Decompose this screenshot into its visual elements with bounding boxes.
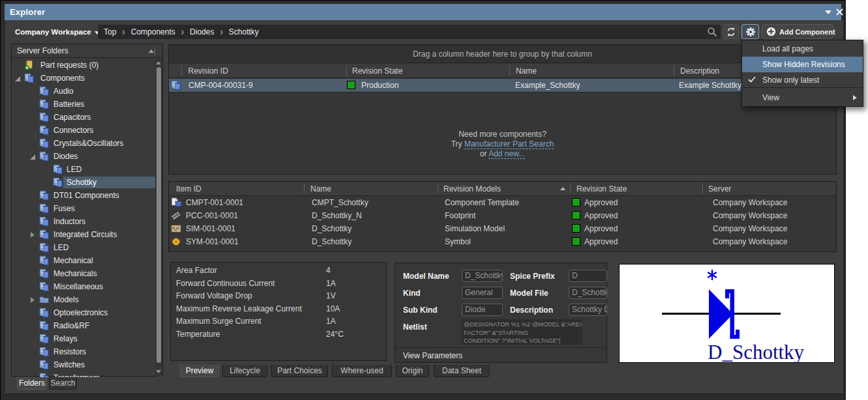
sidebar-item-mechanicals[interactable]: Mechanicals [12, 267, 162, 280]
tree-column-header[interactable]: Server Folders [12, 44, 162, 58]
menu-item-show-hidden-revisions[interactable]: Show Hidden Revisions [742, 57, 863, 72]
sidebar-item-mechanical[interactable]: Mechanical [12, 254, 162, 267]
column-header-name[interactable]: Name [310, 184, 331, 193]
column-separator[interactable] [570, 184, 571, 193]
sidebar-item-crystals-oscillators[interactable]: Crystals&Oscillators [12, 137, 162, 150]
tree-scrollbar[interactable] [155, 59, 162, 377]
column-header-revision-id[interactable]: Revision ID [188, 66, 228, 76]
column-separator[interactable] [304, 184, 305, 193]
column-separator[interactable] [509, 66, 510, 76]
sidebar-item-audio[interactable]: Audio [12, 85, 162, 98]
column-header-revision-state[interactable]: Revision State [352, 66, 402, 76]
menu-item-view[interactable]: View [742, 90, 863, 106]
breadcrumb-item-components[interactable]: Components [131, 27, 175, 36]
preview-tab-lifecycle[interactable]: Lifecycle [222, 365, 267, 377]
column-header-description[interactable]: Description [680, 66, 719, 76]
component-row[interactable]: CMP-004-00031-9ProductionExample_Schottk… [169, 79, 836, 92]
sidebar-item-transformers[interactable]: Transformers [12, 371, 162, 377]
sidebar-item-diodes[interactable]: Diodes [12, 150, 162, 163]
netlist-textarea[interactable]: @DESIGNATOR %1 %2 @MODEL &"AREA FACTOR" … [462, 319, 582, 345]
panel-menu-button[interactable] [822, 4, 834, 20]
sidebar-item-radio-rf[interactable]: Radio&RF [12, 319, 162, 332]
preview-tab-preview[interactable]: Preview [180, 365, 219, 377]
stack-icon-wrap [39, 138, 50, 149]
preview-tab-data-sheet[interactable]: Data Sheet [434, 365, 490, 377]
preview-tab-where-used[interactable]: Where-used [332, 365, 392, 377]
sidebar-item-components[interactable]: Components [12, 72, 162, 85]
titlebar[interactable]: Explorer [5, 4, 841, 20]
model-row-sim-001-0001[interactable]: SIM-001-0001D_SchottkySimulation ModelAp… [169, 222, 836, 235]
column-separator[interactable] [702, 184, 703, 193]
model-row-pcc-001-0001[interactable]: PCC-001-0001D_Schottky_NFootprintApprove… [169, 209, 836, 222]
expander-closed-icon[interactable] [31, 297, 35, 303]
sidebar-item-switches[interactable]: Switches [12, 358, 162, 371]
field-input-model-name[interactable]: D_Schottky [462, 270, 503, 282]
workspace-selector[interactable]: Company Workspace [15, 26, 100, 38]
stack-icon-wrap [53, 164, 63, 175]
sidebar-item-part-requests-0-[interactable]: Part requests (0) [12, 59, 162, 72]
group-by-bar[interactable]: Drag a column header here to group by th… [169, 45, 836, 63]
preview-tab-origin[interactable]: Origin [396, 365, 429, 377]
refresh-button[interactable] [723, 24, 739, 39]
sidebar-item-schottky[interactable]: Schottky [12, 176, 162, 189]
view-parameters-section[interactable]: View Parameters [395, 347, 606, 364]
sidebar-item-led[interactable]: LED [12, 163, 162, 176]
sidebar-item-resistors[interactable]: Resistors [12, 345, 162, 358]
menu-item-show-only-latest[interactable]: Show only latest [742, 72, 863, 88]
expander-open-icon[interactable] [15, 76, 20, 81]
menu-item-load-all-pages[interactable]: Load all pages [742, 41, 863, 57]
breadcrumb[interactable]: Top›Components›Diodes›Schottky [98, 25, 721, 39]
breadcrumb-item-schottky[interactable]: Schottky [229, 27, 259, 36]
sidebar-tab-folders[interactable]: Folders [17, 377, 47, 390]
column-separator[interactable] [181, 66, 182, 76]
sidebar-item-connectors[interactable]: Connectors [12, 124, 162, 137]
stack-icon-wrap [39, 307, 50, 318]
sidebar-item-batteries[interactable]: Batteries [12, 98, 162, 111]
sidebar-item-optoelectronics[interactable]: Optoelectronics [12, 306, 162, 319]
symbol-icon [171, 236, 181, 247]
expander-open-icon[interactable] [30, 154, 35, 160]
stack-icon [39, 242, 50, 253]
sidebar-tab-search[interactable]: Search [49, 377, 77, 390]
tree-item-label: Fuses [53, 204, 75, 213]
breadcrumb-item-top[interactable]: Top [104, 27, 116, 36]
column-header-revision-models[interactable]: Revision Models [443, 184, 501, 193]
simulation-icon-wrap [171, 223, 181, 234]
model-row-sym-001-0001[interactable]: SYM-001-0001D_SchottkySymbolApprovedComp… [169, 235, 836, 248]
column-header-item-id[interactable]: Item ID [176, 184, 202, 193]
stack-icon-wrap [53, 177, 63, 188]
model-row-cmpt-001-0001[interactable]: CMPT-001-0001CMPT_SchottkyComponent Temp… [169, 196, 836, 209]
column-separator[interactable] [438, 184, 438, 193]
manufacturer-part-search-link[interactable]: Manufacturer Part Search [464, 139, 554, 149]
add-new-link[interactable]: Add new... [488, 149, 525, 159]
field-input-spice-prefix[interactable]: D [569, 270, 607, 282]
folder-tree: Part requests (0)ComponentsAudioBatterie… [12, 59, 162, 377]
breadcrumb-item-diodes[interactable]: Diodes [190, 27, 214, 36]
sidebar-item-models[interactable]: Models [12, 293, 162, 306]
close-button[interactable] [833, 4, 845, 20]
sidebar-item-relays[interactable]: Relays [12, 332, 162, 345]
field-input-model-file[interactable]: D_Schottky [569, 287, 607, 299]
column-separator[interactable] [674, 66, 674, 76]
preview-tab-part-choices[interactable]: Part Choices [271, 365, 328, 377]
stack-icon [39, 151, 50, 162]
column-header-revision-state[interactable]: Revision State [576, 184, 627, 193]
expander-closed-icon[interactable] [31, 232, 35, 238]
settings-button[interactable] [741, 24, 759, 39]
tree-scrollbar-thumb[interactable] [157, 67, 161, 363]
field-input-sub-kind[interactable]: Diode [462, 304, 503, 316]
column-header-name[interactable]: Name [516, 66, 537, 76]
sidebar-item-miscellaneous[interactable]: Miscellaneous [12, 280, 162, 293]
field-input-kind[interactable]: General [462, 287, 503, 299]
sidebar-item-fuses[interactable]: Fuses [12, 202, 162, 215]
add-component-button[interactable]: Add Component [762, 24, 833, 39]
field-input-description[interactable]: Schottky D [569, 304, 607, 316]
sidebar-item-integrated-circuits[interactable]: Integrated Circuits [12, 228, 162, 241]
sidebar-item-capacitors[interactable]: Capacitors [12, 111, 162, 124]
column-separator[interactable] [346, 66, 347, 76]
sidebar-item-led[interactable]: LED [12, 241, 162, 254]
sidebar-item-inductors[interactable]: Inductors [12, 215, 162, 228]
search-button[interactable] [706, 26, 718, 38]
column-header-server[interactable]: Server [708, 184, 731, 193]
sidebar-item-dt01-components[interactable]: DT01 Components [12, 189, 162, 202]
